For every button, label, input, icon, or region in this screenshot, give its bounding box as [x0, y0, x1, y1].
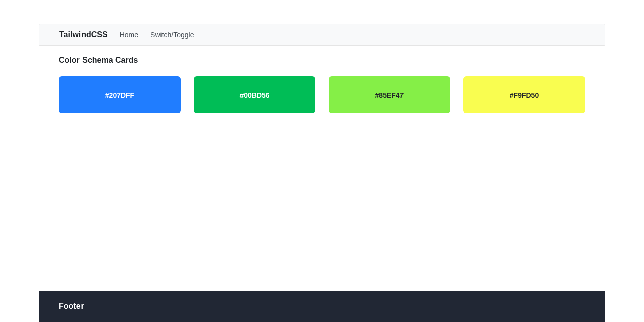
- nav-link-home[interactable]: Home: [120, 31, 138, 39]
- nav-link-switch-toggle[interactable]: Switch/Toggle: [150, 31, 194, 39]
- color-card: #85EF47: [329, 76, 450, 113]
- footer: Footer: [39, 291, 605, 322]
- navbar-brand[interactable]: TailwindCSS: [59, 30, 108, 39]
- color-card: #00BD56: [194, 76, 315, 113]
- navbar: TailwindCSS Home Switch/Toggle: [39, 24, 605, 46]
- footer-label: Footer: [59, 302, 84, 310]
- color-cards-row: #207DFF #00BD56 #85EF47 #F9FD50: [59, 76, 585, 113]
- color-card: #F9FD50: [463, 76, 585, 113]
- section-title: Color Schema Cards: [59, 56, 585, 69]
- color-card: #207DFF: [59, 76, 181, 113]
- main-content: Color Schema Cards #207DFF #00BD56 #85EF…: [39, 46, 605, 291]
